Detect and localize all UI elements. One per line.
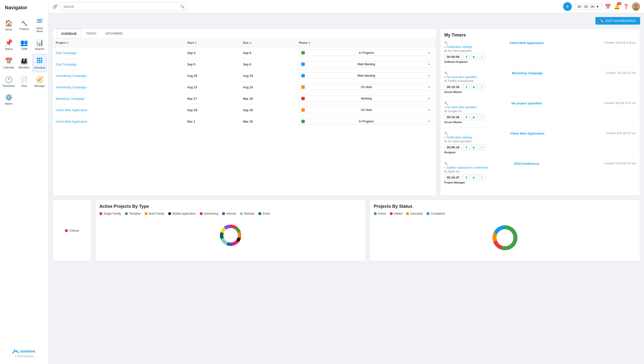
sidebar-item-admin-label: Admin [5,102,12,105]
calendar-topbar-icon[interactable]: 📅 [605,4,611,10]
sidebar-item-manager[interactable]: 🧭 Manager [32,73,47,90]
legend-item: Website [240,212,254,215]
sidebar-item-work-items[interactable]: Work Items [32,15,47,35]
edit-dash-icon: ✏️ [600,19,604,23]
svg-rect-0 [37,19,42,20]
phase-badge[interactable]: In Progress ▼ [299,50,433,56]
timer-play-button[interactable]: ▶ [471,54,477,60]
timer-play-button[interactable]: ▶ [471,144,477,150]
timer-controls: 00:06:19 ⬇ ▶ 🗑 [444,144,485,150]
copyright: © 2018 Ravetree [12,355,36,358]
sidebar-item-members[interactable]: 👨‍👩‍👧 Members [17,54,32,72]
edit-dashboards-bar: ✏️ EDIT DASHBOARDS [52,17,640,25]
search-input[interactable] [64,5,180,9]
phase-badge[interactable]: On Hold ▼ [299,107,433,113]
critical-label: Critical [69,229,79,232]
start-date: Sep 5 [184,47,240,59]
sidebar-item-projects[interactable]: 🔨 Projects [17,15,32,35]
timer-delete-button[interactable]: 🗑 [479,114,485,120]
sidebar-item-reports[interactable]: 📊 Reports [32,36,47,53]
timer-download-button[interactable]: ⬇ [463,54,470,60]
col-phase[interactable]: Phase ⇅ [296,39,436,47]
tab-today[interactable]: TODAY [82,29,101,39]
client-icon: ⊞ [444,79,447,83]
legend-dot [125,212,128,215]
timer-delete-button[interactable]: 🗑 [479,144,485,150]
sidebar-item-work-items-label: Work Items [33,27,46,33]
phase-badge[interactable]: Main Backlog ▼ [299,61,433,67]
project-link[interactable]: Drip Campaign [56,51,77,55]
timer-play-button[interactable]: ▶ [471,174,477,180]
timer-value: 00 : 00 : 00 [578,5,594,9]
timer-project[interactable]: Marketing Campaign [512,71,543,75]
sidebar-item-teams[interactable]: 📌 Teams [2,36,16,53]
timer-workitem[interactable]: Notification settings [447,45,472,49]
col-start[interactable]: Start ⇅ [184,39,240,47]
sidebar-item-schedule[interactable]: Schedule [32,54,47,72]
timer-project[interactable]: 2018 Conference [514,162,539,165]
work-table: Project ⇅ Start ⇅ Due ⇅ Phase ⇅ Drip Cam… [53,39,436,127]
edit-dashboards-button[interactable]: ✏️ EDIT DASHBOARDS [596,17,640,25]
project-link[interactable]: Client Web Application [56,108,87,112]
timer-download-button[interactable]: ⬇ [463,174,470,180]
notification-icon[interactable]: 🔔 70 [614,4,620,10]
svg-point-13 [634,4,638,7]
timer-time: 00:58:58 [444,54,462,60]
timer-workitem[interactable]: Notification settings [447,136,472,139]
timer-play-button[interactable]: ▶ [471,84,477,90]
phase-badge[interactable]: Working ▼ [299,95,433,102]
crm-icon: 👥 [20,39,28,47]
sidebar-item-admin[interactable]: ⚙️ Admin [2,91,16,108]
timer-project[interactable]: No project specified [512,101,542,105]
phase-badge[interactable]: On Hold ▼ [299,84,433,90]
phase-dropdown-arrow: ▼ [428,74,430,77]
timer-download-button[interactable]: ⬇ [463,144,470,150]
user-avatar[interactable] [632,3,640,11]
projects-icon: 🔨 [21,20,28,27]
add-button[interactable]: + [563,2,572,11]
teams-icon: 📌 [5,39,13,47]
timer-delete-button[interactable]: 🗑 [479,174,485,180]
link-icon[interactable]: 🔗 [52,4,58,9]
timer-workitem[interactable]: No work item specified [447,75,476,79]
legend-item: Active [374,212,386,215]
help-icon[interactable]: ❓ [623,4,629,10]
due-date: Aug 16 [240,82,296,93]
timer-play-button[interactable]: ▶ [471,114,477,120]
project-link[interactable]: Advertising Campaign [56,85,86,89]
tab-upcoming[interactable]: UPCOMING [101,29,127,39]
project-link[interactable]: Marketing Campaign [56,97,85,100]
timer-download-button[interactable]: ⬇ [463,114,470,120]
timer-delete-button[interactable]: 🗑 [479,54,485,60]
timer-client-name: Apple Inc. [448,170,460,173]
legend-dot [144,212,148,215]
project-link[interactable]: Client Web Application [56,120,87,123]
notification-badge: 70 [617,2,622,5]
projects-status-legend: ActiveHaltedCanceledCompleted [374,212,636,215]
legend-item: Completed [426,212,445,215]
phase-dot [301,74,305,77]
phase-badge[interactable]: Main Backlog ▼ [299,73,433,79]
timer-project[interactable]: Client Web Application [510,132,544,135]
sidebar-item-calendar[interactable]: 📅 Calendar [2,54,16,72]
col-due[interactable]: Due ⇅ [240,39,296,47]
sidebar-item-files[interactable]: 📄 Files [17,73,32,90]
project-link[interactable]: Drip Campaign [56,63,77,66]
timer-client: ⊞ No client specified [444,140,636,143]
col-project[interactable]: Project ⇅ [53,39,184,47]
timer-delete-button[interactable]: 🗑 [479,84,485,90]
timer-project[interactable]: Client Web Application [509,41,544,45]
sidebar-item-crm[interactable]: 👥 CRM [17,36,32,53]
timer-workitem[interactable]: No work item specified [447,106,476,109]
projects-status-donut [488,221,522,255]
timer-display[interactable]: 00 : 00 : 00 ▼ [575,4,602,10]
project-link[interactable]: Advertising Campaign [56,74,86,78]
sidebar-item-timesheet[interactable]: 🕐 Timesheet [2,73,16,90]
timer-workitem[interactable]: Gather materials for conference [447,166,488,169]
tab-overdue[interactable]: OVERDUE [56,29,82,39]
phase-badge[interactable]: In Progress ▼ [299,118,433,125]
timer-download-button[interactable]: ⬇ [463,84,470,90]
sidebar-item-home[interactable]: 🏠 Home [2,15,16,35]
due-date: Sep 6 [240,59,296,70]
timer-entry: 🔧 2018 Conference Created: 12/18 @ 8:27 … [444,162,636,188]
